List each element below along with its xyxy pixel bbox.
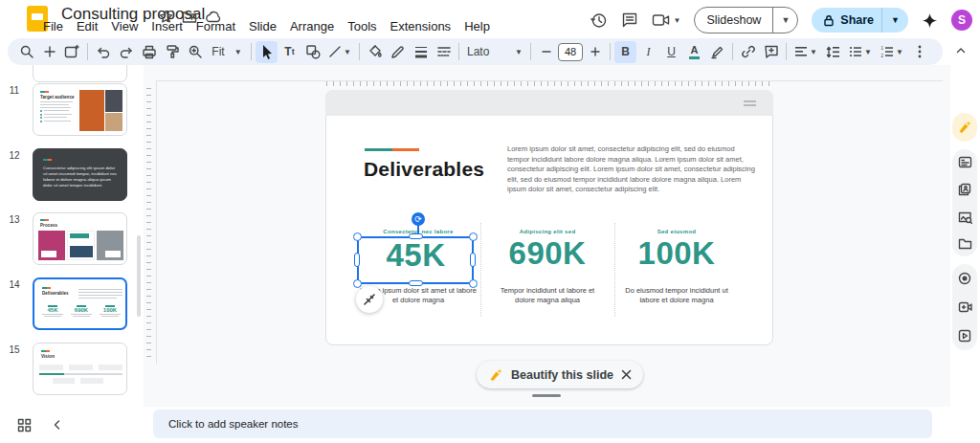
menu-view[interactable]: View — [104, 18, 145, 34]
fill-color-tool[interactable] — [364, 41, 386, 63]
slide-header-band[interactable] — [325, 90, 773, 116]
menu-help[interactable]: Help — [457, 18, 497, 34]
border-color-tool[interactable] — [387, 41, 409, 63]
rotation-handle[interactable]: ⟳ — [412, 212, 425, 226]
avatar[interactable]: S — [951, 10, 972, 31]
select-tool[interactable] — [256, 41, 278, 63]
slide-thumbnail-15[interactable]: Vision — [33, 343, 127, 395]
menu-insert[interactable]: Insert — [145, 18, 189, 34]
numbered-list-button[interactable]: 12▼ — [877, 41, 907, 63]
selection-handle-se[interactable] — [469, 279, 478, 288]
ruler-line-vertical — [156, 80, 157, 364]
record-icon[interactable] — [958, 272, 971, 285]
insert-link-button[interactable] — [737, 41, 759, 63]
slide-body-text[interactable]: Lorem ipsum dolor sit amet, consectetur … — [507, 144, 756, 195]
paint-format-icon[interactable] — [161, 41, 183, 63]
zoom-icon[interactable] — [184, 41, 206, 63]
filmstrip-scrollbar[interactable] — [137, 235, 141, 317]
slide-thumbnail-12[interactable]: Consectetur adipiscing elit ipsum dolor … — [33, 148, 127, 201]
italic-button[interactable]: I — [637, 41, 659, 63]
new-slide-button[interactable] — [38, 41, 60, 63]
menu-tools[interactable]: Tools — [341, 18, 383, 34]
line-tool[interactable]: ▼ — [324, 41, 355, 63]
add-comment-button[interactable] — [760, 41, 782, 63]
bold-button[interactable]: B — [614, 41, 636, 63]
play-icon[interactable] — [958, 329, 971, 343]
pen-tool-button[interactable] — [356, 286, 383, 313]
selection-handle-sw[interactable] — [353, 279, 362, 288]
gemini-rail-pill[interactable] — [952, 113, 977, 142]
align-button[interactable]: ▼ — [791, 41, 821, 63]
slide-title[interactable]: Deliverables — [364, 158, 484, 181]
font-size-decrease-button[interactable] — [535, 41, 557, 63]
video-camera-icon[interactable] — [958, 301, 972, 313]
redo-button[interactable] — [115, 41, 137, 63]
gemini-icon[interactable] — [922, 12, 938, 29]
zoom-fit-select[interactable]: Fit▼ — [207, 41, 247, 63]
stat-desc-2[interactable]: Tempor incididunt ut labore et dolore ma… — [490, 286, 605, 304]
version-history-icon[interactable] — [590, 11, 608, 30]
font-family-select[interactable]: Lato▼ — [463, 41, 526, 63]
slideshow-caret-icon[interactable]: ▼ — [772, 8, 797, 33]
menu-arrange[interactable]: Arrange — [283, 18, 341, 34]
beautify-slide-button[interactable]: Beautify this slide — [477, 361, 643, 388]
selection-handle-nw[interactable] — [353, 233, 362, 241]
horizontal-ruler — [326, 81, 773, 86]
close-icon[interactable] — [621, 369, 632, 380]
highlight-color-button[interactable] — [706, 41, 728, 63]
selection-handle-ne[interactable] — [469, 233, 478, 241]
underline-button[interactable]: U — [660, 41, 682, 63]
font-size-increase-button[interactable] — [584, 41, 606, 63]
slide-thumbnail-11[interactable]: Target audience — [33, 83, 127, 136]
search-menus-icon[interactable] — [15, 41, 37, 63]
stat-label-2[interactable]: Adipiscing elit sed — [490, 229, 605, 234]
slide-thumbnail-10-partial[interactable] — [33, 65, 127, 82]
grid-view-icon[interactable] — [17, 418, 32, 432]
collapse-toolbar-icon[interactable] — [955, 45, 967, 56]
selection-handle-s[interactable] — [409, 280, 423, 286]
selection-handle-n[interactable] — [409, 233, 423, 239]
share-button[interactable]: Share ▼ — [812, 8, 908, 33]
stat-label-3[interactable]: Sed eiusmod — [619, 229, 734, 234]
notes-drag-handle[interactable] — [532, 394, 561, 397]
selection-handle-e[interactable] — [470, 253, 476, 267]
calendar-icon[interactable] — [958, 156, 972, 168]
shape-tool[interactable] — [301, 41, 323, 63]
new-slide-layout-button[interactable] — [61, 41, 83, 63]
collapse-filmstrip-icon[interactable] — [53, 419, 61, 431]
contacts-icon[interactable] — [958, 183, 971, 196]
thumb-title: Target audience — [40, 95, 75, 100]
meet-camera-icon[interactable]: ▼ — [652, 13, 681, 27]
image-search-icon[interactable] — [958, 210, 972, 224]
speaker-notes-input[interactable]: Click to add speaker notes — [153, 410, 932, 438]
stat-value-2[interactable]: 690K — [490, 235, 605, 272]
slide-thumbnail-13[interactable]: Process — [33, 212, 127, 265]
stat-value-3[interactable]: 100K — [619, 235, 734, 272]
border-weight-tool[interactable] — [410, 41, 432, 63]
menu-file[interactable]: File — [36, 18, 70, 34]
border-dash-tool[interactable] — [433, 41, 455, 63]
comments-icon[interactable] — [621, 11, 638, 29]
menu-edit[interactable]: Edit — [70, 18, 104, 34]
menu-format[interactable]: Format — [189, 18, 242, 34]
font-size-input[interactable] — [558, 43, 583, 61]
slide-number: 11 — [4, 85, 25, 96]
more-options-button[interactable] — [908, 41, 930, 63]
undo-button[interactable] — [92, 41, 114, 63]
slide-thumbnail-14-selected[interactable]: Deliverables 45K 690K 100K — [33, 277, 127, 330]
share-caret-icon[interactable]: ▼ — [881, 8, 908, 33]
slideshow-button[interactable]: Slideshow ▼ — [694, 7, 798, 33]
menu-extensions[interactable]: Extensions — [384, 18, 458, 34]
meet-caret-icon[interactable]: ▼ — [674, 16, 681, 25]
selection-handle-w[interactable] — [354, 253, 360, 267]
slide-page[interactable] — [325, 90, 773, 345]
line-spacing-button[interactable] — [822, 41, 844, 63]
folder-icon[interactable] — [958, 238, 972, 250]
menu-slide[interactable]: Slide — [242, 18, 283, 34]
print-button[interactable] — [138, 41, 160, 63]
text-color-button[interactable]: A — [683, 41, 705, 63]
bulleted-list-button[interactable]: ▼ — [845, 41, 876, 63]
selection-box[interactable] — [357, 236, 474, 284]
stat-desc-3[interactable]: Do eiusmod tempor incididunt ut labore e… — [619, 286, 734, 304]
text-box-tool[interactable]: Tt — [278, 41, 301, 63]
